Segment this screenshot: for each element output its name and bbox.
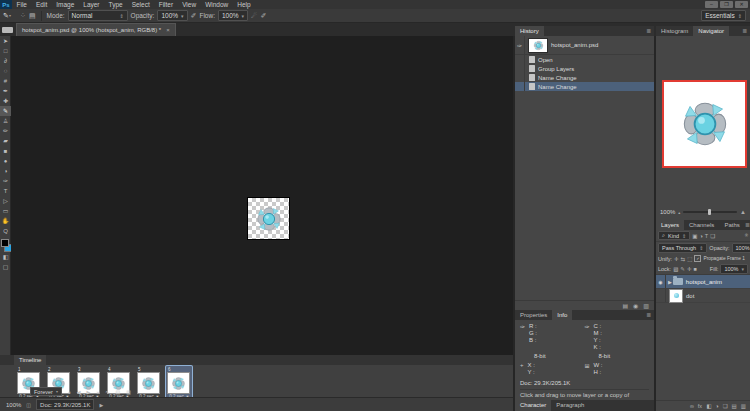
layer-style-icon[interactable]: fx: [698, 403, 702, 409]
layer-thumbnail[interactable]: [669, 289, 683, 303]
document-tab[interactable]: hotspot_anim.psd @ 100% (hotspot_anim, R…: [16, 23, 176, 36]
canvas-area[interactable]: [11, 36, 513, 355]
delete-state-icon[interactable]: ▥: [643, 302, 649, 309]
blend-mode-dropdown[interactable]: Pass Through⇕: [658, 243, 707, 253]
menu-window[interactable]: Window: [201, 0, 233, 9]
minimize-button[interactable]: –: [705, 1, 718, 8]
opacity-dropdown[interactable]: 100%▾: [157, 10, 187, 21]
panel-menu-icon[interactable]: ≣: [742, 26, 750, 36]
menu-layer[interactable]: Layer: [79, 0, 104, 9]
play-icon[interactable]: ▶: [87, 389, 91, 395]
flow-dropdown[interactable]: 100%▾: [218, 10, 248, 21]
tab-overflow-icon[interactable]: [2, 27, 13, 33]
filter-shape-icon[interactable]: ❏: [710, 233, 715, 239]
new-layer-icon[interactable]: ▤: [732, 403, 737, 409]
blur-tool[interactable]: ●: [0, 156, 11, 166]
menu-file[interactable]: File: [12, 0, 31, 9]
group-expand-icon[interactable]: ▶: [668, 279, 672, 285]
unify-position-icon[interactable]: ✛: [674, 256, 679, 262]
gradient-tool[interactable]: ■: [0, 146, 11, 156]
layer-mask-icon[interactable]: ◧: [706, 403, 711, 409]
history-state-name-change-2[interactable]: Name Change: [515, 82, 654, 91]
frame-6[interactable]: 6 0.2 sec. ▾: [166, 366, 192, 401]
type-tool[interactable]: T: [0, 186, 11, 196]
move-tool[interactable]: ➤: [0, 36, 11, 46]
menu-type[interactable]: Type: [104, 0, 127, 9]
lock-position-icon[interactable]: ✛: [687, 266, 692, 272]
new-group-icon[interactable]: ❏: [723, 403, 728, 409]
adjustment-layer-icon[interactable]: ◑: [715, 403, 718, 409]
filter-adjustment-icon[interactable]: ◑: [700, 233, 703, 239]
document-tab-close-icon[interactable]: ×: [166, 27, 170, 33]
navigator-proxy-view[interactable]: [662, 80, 747, 168]
first-frame-icon[interactable]: «: [68, 389, 71, 395]
document-canvas[interactable]: [248, 198, 289, 239]
unify-style-icon[interactable]: ⬚: [687, 256, 692, 262]
menu-view[interactable]: View: [178, 0, 201, 9]
history-brush-slot[interactable]: [515, 73, 525, 82]
tab-layers[interactable]: Layers: [656, 220, 684, 230]
menu-image[interactable]: Image: [52, 0, 79, 9]
foreground-color-swatch[interactable]: [1, 239, 9, 247]
lock-transparency-icon[interactable]: ▨: [673, 266, 678, 272]
new-snapshot-icon[interactable]: ◉: [633, 302, 638, 309]
brush-tool-preset-icon[interactable]: ✎▾: [3, 11, 17, 21]
history-state-name-change-1[interactable]: Name Change: [515, 73, 654, 82]
screen-mode-icon[interactable]: ▢: [0, 262, 11, 272]
panel-menu-icon[interactable]: ≣: [646, 310, 654, 320]
filter-pixel-icon[interactable]: ▣: [692, 233, 697, 239]
dodge-tool[interactable]: ◑: [0, 166, 11, 176]
history-state-open[interactable]: Open: [515, 55, 654, 64]
quick-selection-tool[interactable]: ◌: [0, 66, 11, 76]
zoom-level-field[interactable]: 100%: [6, 402, 21, 408]
marquee-tool[interactable]: □: [0, 46, 11, 56]
filter-kind-dropdown[interactable]: ⌕ Kind⇕: [658, 231, 690, 240]
history-brush-slot[interactable]: [515, 64, 525, 73]
airbrush-mode-icon[interactable]: ☄: [251, 11, 257, 21]
zoom-tool[interactable]: Q: [0, 226, 11, 236]
eraser-tool[interactable]: ▰: [0, 136, 11, 146]
shape-tool[interactable]: ▭: [0, 206, 11, 216]
tab-navigator[interactable]: Navigator: [693, 26, 729, 36]
lasso-tool[interactable]: ∂: [0, 56, 11, 66]
layers-opacity-dropdown[interactable]: 100%▾: [732, 243, 750, 253]
tab-info[interactable]: Info: [552, 310, 572, 320]
unify-visibility-icon[interactable]: ⇆: [681, 256, 686, 262]
visibility-eye-slot[interactable]: [656, 289, 666, 302]
brush-panel-toggle-icon[interactable]: ▤: [29, 11, 36, 21]
next-frame-icon[interactable]: »: [96, 389, 99, 395]
airbrush-pressure-opacity-icon[interactable]: ✐: [191, 11, 197, 21]
clone-stamp-tool[interactable]: ♙: [0, 116, 11, 126]
navigator-zoom-value[interactable]: 100%: [660, 209, 675, 215]
pressure-size-icon[interactable]: ✐: [260, 11, 266, 21]
frame-5[interactable]: 5 0.2 sec. ▾: [136, 366, 162, 401]
tab-history[interactable]: History: [515, 26, 544, 36]
menu-filter[interactable]: Filter: [154, 0, 177, 9]
delete-layer-icon[interactable]: ▥: [741, 403, 746, 409]
history-brush-slot[interactable]: [515, 82, 525, 91]
tab-histogram[interactable]: Histogram: [656, 26, 693, 36]
previous-frame-icon[interactable]: ◀: [77, 389, 81, 395]
eyedropper-tool[interactable]: ✒: [0, 86, 11, 96]
zoom-out-icon[interactable]: ▴: [678, 210, 680, 215]
menu-select[interactable]: Select: [127, 0, 154, 9]
quick-mask-icon[interactable]: ◧: [0, 252, 11, 262]
path-selection-tool[interactable]: ▷: [0, 196, 11, 206]
history-snapshot-row[interactable]: ✑ hotspot_anim.psd: [515, 36, 654, 55]
navigator-zoom-slider[interactable]: [683, 211, 737, 213]
panel-menu-icon[interactable]: ≣: [745, 220, 750, 230]
restore-button[interactable]: ❐: [720, 1, 733, 8]
slider-thumb[interactable]: [708, 209, 711, 215]
history-brush-tool[interactable]: ✏: [0, 126, 11, 136]
history-state-group-layers[interactable]: Group Layers: [515, 64, 654, 73]
panel-menu-icon[interactable]: ≣: [646, 26, 654, 36]
fill-dropdown[interactable]: 100%▾: [720, 264, 748, 274]
link-layers-icon[interactable]: ∞: [690, 403, 694, 409]
crop-tool[interactable]: #: [0, 76, 11, 86]
menu-help[interactable]: Help: [233, 0, 255, 9]
healing-brush-tool[interactable]: ✚: [0, 96, 11, 106]
brush-tool[interactable]: ✎: [0, 106, 11, 116]
status-options-icon[interactable]: ▶: [99, 402, 103, 408]
workspace-switcher[interactable]: Essentials⇕: [701, 10, 746, 21]
propagate-checkbox[interactable]: ✓: [694, 255, 701, 262]
